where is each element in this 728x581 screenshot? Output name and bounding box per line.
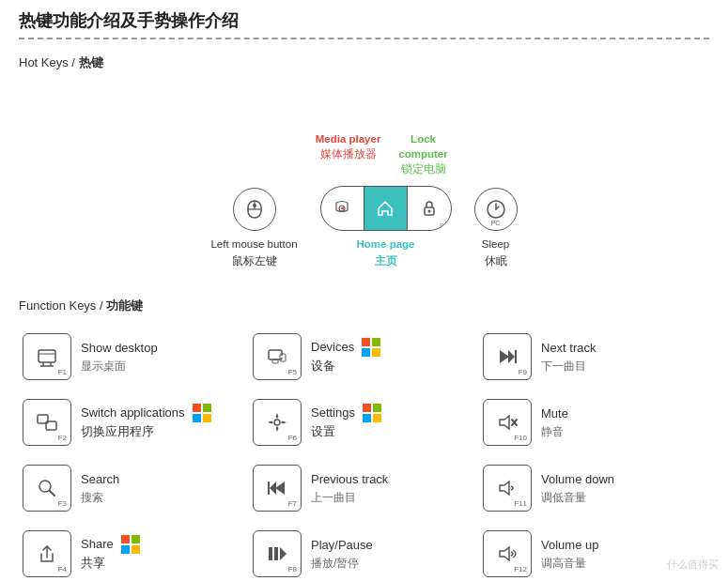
svg-marker-19	[500, 350, 509, 363]
f7-label: Previous track 上一曲目	[311, 470, 388, 506]
svg-rect-35	[274, 547, 278, 560]
svg-rect-10	[39, 350, 55, 362]
svg-marker-37	[500, 547, 509, 560]
fk-f5: F5 Devices 设备	[249, 328, 479, 386]
media-player-btn[interactable]	[321, 187, 364, 230]
f8-key[interactable]: F8	[253, 530, 302, 577]
svg-rect-32	[268, 482, 270, 495]
win-logo-f4	[121, 535, 140, 554]
f4-key[interactable]: F4	[23, 530, 71, 577]
f3-label: Search 搜索	[81, 470, 119, 506]
f12-key[interactable]: F12	[483, 530, 532, 577]
fk-f10: F10 Mute 静音	[479, 393, 709, 451]
f7-key[interactable]: F7	[253, 465, 302, 512]
function-keys-grid: F1 Show desktop 显示桌面 F5 Devices 设备	[19, 328, 709, 581]
fk-f12: F12 Volume up 调高音量	[479, 525, 709, 581]
win-logo-f2	[193, 404, 211, 422]
home-page-btn[interactable]	[364, 187, 408, 230]
hk-sleep: PC Sleep休眠	[474, 188, 518, 269]
hk-group: Media player 媒体播放器 Lock computer 锁定电脑	[311, 131, 461, 269]
page-title-bar: 热键功能介绍及手势操作介绍	[19, 9, 709, 39]
f11-key[interactable]: F11	[483, 465, 532, 512]
win-logo-f6	[363, 404, 381, 422]
svg-point-7	[427, 210, 430, 213]
fk-f6: F6 Settings 设置	[249, 393, 479, 451]
fk-f9: F9 Next track 下一曲目	[479, 328, 709, 386]
fk-f4: F4 Share 共享	[19, 525, 249, 581]
svg-marker-33	[500, 482, 509, 495]
svg-marker-30	[275, 482, 285, 495]
home-page-label: Home page主页	[357, 237, 415, 269]
fk-f7: F7 Previous track 上一曲目	[249, 459, 479, 517]
page-title: 热键功能介绍及手势操作介绍	[19, 9, 239, 32]
f1-key[interactable]: F1	[23, 333, 71, 380]
fk-section-label: Function Keys / 功能键	[19, 298, 709, 314]
svg-rect-18	[281, 356, 285, 358]
win-logo-f5	[362, 338, 380, 357]
f9-key[interactable]: F9	[483, 333, 532, 380]
fk-f8: F8 Play/Pause 播放/暂停	[249, 525, 479, 581]
lock-computer-label: Lock computer 锁定电脑	[386, 131, 461, 176]
svg-marker-25	[500, 416, 509, 429]
left-mouse-label: Left mouse button鼠标左键	[210, 237, 297, 269]
svg-line-29	[50, 490, 55, 496]
f4-label: Share 共享	[81, 535, 140, 572]
f5-label: Devices 设备	[311, 338, 380, 375]
svg-point-3	[253, 204, 256, 207]
svg-marker-31	[270, 482, 276, 495]
f11-label: Volume down 调低音量	[541, 470, 614, 506]
f10-key[interactable]: F10	[483, 399, 532, 446]
sleep-label: Sleep休眠	[482, 237, 509, 269]
f5-key[interactable]: F5	[253, 333, 302, 380]
hotkeys-diagram: Left mouse button鼠标左键 Media player 媒体播放器…	[19, 84, 709, 269]
fk-f3: F3 Search 搜索	[19, 459, 249, 517]
fk-f1: F1 Show desktop 显示桌面	[19, 328, 249, 386]
f9-label: Next track 下一曲目	[541, 339, 596, 375]
fk-f2: F2 Switch applications 切换应用程序	[19, 393, 249, 451]
svg-rect-34	[269, 547, 272, 560]
svg-rect-21	[515, 350, 517, 363]
hotkeys-section-label: Hot Keys / 热键	[19, 54, 709, 71]
svg-marker-36	[280, 547, 287, 560]
watermark: 什么值得买	[667, 558, 719, 572]
f1-label: Show desktop 显示桌面	[81, 339, 158, 375]
sleep-button[interactable]: PC	[474, 188, 518, 231]
hk-pill-group: PC	[320, 186, 452, 231]
media-player-label: Media player 媒体播放器	[311, 131, 386, 176]
f10-label: Mute 静音	[541, 405, 568, 440]
svg-point-24	[274, 420, 280, 425]
f8-label: Play/Pause 播放/暂停	[311, 536, 373, 572]
lock-computer-btn[interactable]: PC	[408, 187, 451, 230]
f6-key[interactable]: F6	[253, 399, 302, 446]
f2-label: Switch applications 切换应用程序	[81, 404, 211, 440]
f2-key[interactable]: F2	[23, 399, 71, 446]
hk-left-mouse: Left mouse button鼠标左键	[210, 188, 297, 269]
left-mouse-button[interactable]	[233, 188, 276, 231]
fk-f11: F11 Volume down 调低音量	[479, 459, 709, 517]
f12-label: Volume up 调高音量	[541, 536, 598, 572]
svg-marker-20	[508, 350, 515, 363]
f3-key[interactable]: F3	[23, 465, 71, 512]
f6-label: Settings 设置	[311, 404, 381, 440]
